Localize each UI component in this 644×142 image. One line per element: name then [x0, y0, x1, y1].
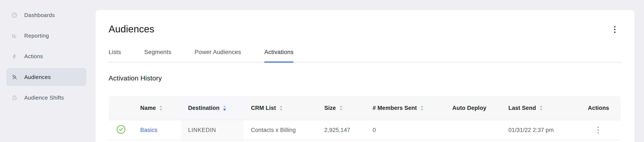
page-title: Audiences: [108, 23, 154, 34]
section-heading: Activation History: [108, 74, 162, 82]
sidebar-item-audiences[interactable]: Audiences: [6, 68, 86, 86]
destination-cell: LINKEDIN: [181, 120, 244, 140]
crm-list-cell: Contacts x Billing: [244, 120, 317, 140]
destination-column-tint: [181, 141, 244, 142]
tab-segments[interactable]: Segments: [144, 49, 171, 62]
auto-deploy-cell: [445, 120, 501, 140]
gauge-icon: [11, 12, 18, 18]
sidebar-item-dashboards[interactable]: Dashboards: [6, 6, 86, 24]
tab-activations[interactable]: Activations: [264, 49, 294, 62]
audiences-panel: Audiences Lists Segments Power Audiences…: [96, 10, 634, 142]
name-cell: Basics: [133, 120, 181, 140]
last-send-cell: 01/31/22 2:37 pm: [501, 120, 581, 140]
people-icon: [11, 74, 18, 80]
sidebar-item-label: Audience Shifts: [24, 94, 64, 101]
column-header-destination[interactable]: Destination: [181, 96, 244, 120]
column-header-members-sent[interactable]: # Members Sent: [366, 96, 445, 120]
activation-history-table: Name Destination CRM List Size # Members…: [109, 96, 621, 140]
sort-arrows-icon: [539, 105, 543, 111]
sidebar-item-actions[interactable]: Actions: [6, 47, 86, 65]
sort-arrows-icon: [279, 105, 283, 111]
sidebar-item-audience-shifts[interactable]: Audience Shifts: [6, 89, 86, 107]
kebab-vertical-icon[interactable]: [609, 23, 620, 36]
sidebar-item-label: Reporting: [24, 33, 49, 39]
tab-lists[interactable]: Lists: [108, 49, 121, 62]
table-row: Basics LINKEDIN Contacts x Billing 2,925…: [109, 120, 621, 140]
sort-arrows-icon: [420, 105, 424, 111]
sort-arrows-icon: [339, 105, 343, 111]
lightning-icon: [11, 53, 18, 60]
column-header-size[interactable]: Size: [317, 96, 366, 120]
column-header-name[interactable]: Name: [133, 96, 181, 120]
sidebar-item-label: Dashboards: [24, 12, 55, 18]
table-header-row: Name Destination CRM List Size # Members…: [109, 96, 621, 120]
sort-arrows-icon: [159, 105, 163, 111]
actions-cell: [581, 120, 621, 140]
size-cell: 2,925,147: [317, 120, 366, 140]
column-header-actions: Actions: [581, 96, 621, 120]
column-header-last-send[interactable]: Last Send: [501, 96, 581, 120]
kebab-vertical-icon[interactable]: [594, 125, 602, 135]
members-sent-cell: 0: [366, 120, 445, 140]
column-header-crm-list[interactable]: CRM List: [244, 96, 317, 120]
sidebar-item-reporting[interactable]: Reporting: [6, 27, 86, 45]
column-header-status: [109, 96, 133, 120]
sidebar-item-label: Actions: [24, 53, 43, 60]
sort-arrows-desc-icon: [222, 105, 227, 111]
tab-bar: Lists Segments Power Audiences Activatio…: [108, 40, 622, 63]
sidebar-item-label: Audiences: [24, 74, 51, 80]
column-header-auto-deploy: Auto Deploy: [445, 96, 501, 120]
check-circle-icon: [116, 125, 126, 136]
thumbs-up-icon: [11, 94, 18, 101]
activation-name-link[interactable]: Basics: [140, 127, 157, 133]
status-cell: [109, 120, 133, 140]
tab-power-audiences[interactable]: Power Audiences: [195, 49, 241, 62]
bar-chart-icon: [11, 33, 18, 39]
sidebar: Dashboards Reporting Actions: [0, 0, 96, 142]
